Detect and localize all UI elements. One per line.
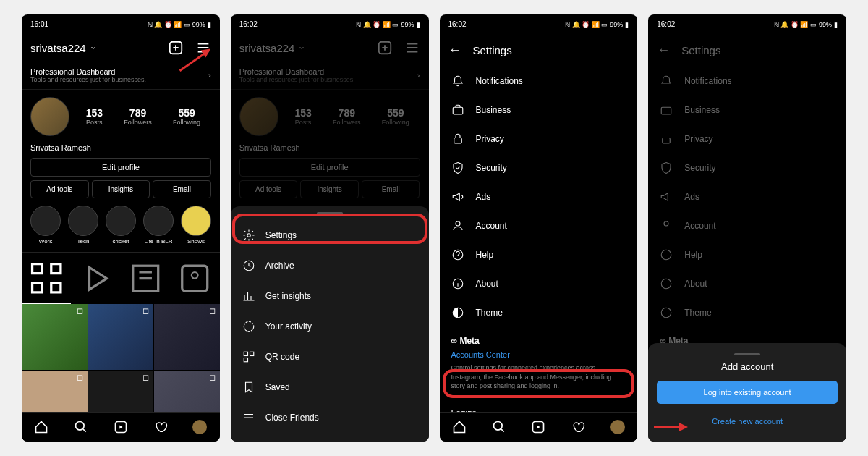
login-existing-button[interactable]: Log into existing account — [657, 381, 838, 404]
settings-about[interactable]: About — [440, 269, 638, 298]
menu-settings[interactable]: Settings — [231, 220, 429, 250]
post[interactable]: ◻ — [22, 304, 88, 370]
tab-grid[interactable] — [22, 253, 71, 304]
heart-icon[interactable] — [571, 420, 585, 434]
svg-rect-24 — [663, 138, 671, 144]
svg-point-21 — [493, 422, 502, 431]
carousel-icon: ◻ — [209, 306, 218, 315]
megaphone-icon — [451, 190, 464, 203]
post[interactable]: ◻ — [88, 304, 154, 370]
stat-followers[interactable]: 789Followers — [124, 107, 152, 126]
back-icon[interactable]: ← — [448, 43, 461, 58]
home-icon[interactable] — [452, 420, 467, 434]
heart-icon[interactable] — [153, 420, 168, 434]
stat-posts[interactable]: 153Posts — [86, 107, 103, 126]
profile-tabs — [22, 252, 220, 304]
highlight-item[interactable]: Shows — [181, 206, 211, 245]
ad-tools-button[interactable]: Ad tools — [30, 180, 89, 198]
bell-icon — [451, 75, 464, 88]
page-title: Settings — [473, 44, 512, 56]
menu-favorites[interactable]: Favorites — [231, 433, 429, 442]
person-icon — [451, 219, 464, 232]
phone-profile: 16:01 ℕ 🔔 ⏰ 📶 ▭99%▮ srivatsa224 Professi… — [22, 14, 220, 442]
lock-icon — [451, 132, 464, 145]
bookmark-icon — [242, 381, 255, 394]
svg-rect-15 — [453, 107, 463, 114]
create-icon[interactable] — [168, 40, 184, 56]
svg-point-3 — [192, 272, 198, 279]
menu-activity[interactable]: Your activity — [231, 311, 429, 342]
status-icons: ℕ 🔔 ⏰ 📶 ▭99%▮ — [148, 21, 211, 28]
home-icon[interactable] — [34, 420, 48, 434]
status-bar: 16:01 ℕ 🔔 ⏰ 📶 ▭99%▮ — [22, 14, 220, 34]
settings-header: ← Settings — [440, 34, 638, 67]
settings-business[interactable]: Business — [440, 96, 638, 124]
tab-guides[interactable] — [121, 253, 170, 304]
svg-rect-16 — [454, 138, 461, 144]
reels-icon[interactable] — [114, 420, 128, 434]
post[interactable]: ◻ — [154, 304, 220, 370]
carousel-icon: ◻ — [77, 373, 85, 381]
chevron-right-icon: › — [208, 71, 211, 80]
search-icon[interactable] — [492, 420, 506, 434]
reels-icon[interactable] — [531, 420, 545, 434]
svg-rect-10 — [244, 352, 247, 355]
settings-theme[interactable]: Theme — [440, 298, 638, 327]
avatar[interactable] — [30, 97, 69, 136]
qr-icon — [242, 350, 255, 363]
tab-reels[interactable] — [71, 253, 120, 304]
settings-notifications[interactable]: Notifications — [440, 67, 638, 96]
profile-header: srivatsa224 — [22, 34, 220, 62]
carousel-icon: ◻ — [209, 373, 218, 381]
tab-tagged[interactable] — [170, 253, 219, 304]
svg-point-25 — [664, 221, 668, 226]
svg-point-4 — [76, 422, 85, 431]
help-icon — [451, 248, 464, 261]
theme-icon — [451, 306, 464, 319]
highlight-item[interactable]: Work — [30, 206, 61, 245]
meta-description: Control settings for connected experienc… — [451, 363, 626, 391]
highlights: Work Tech cricket Life in BLR Shows — [22, 198, 220, 252]
info-icon — [451, 277, 464, 290]
settings-privacy[interactable]: Privacy — [440, 124, 638, 153]
activity-icon — [242, 320, 255, 333]
svg-point-26 — [662, 250, 672, 260]
stat-following[interactable]: 559Following — [173, 107, 200, 126]
status-bar: 16:02 ℕ 🔔 ⏰ 📶 ▭99%▮ — [231, 14, 429, 34]
sheet-handle[interactable] — [317, 212, 343, 214]
svg-point-9 — [244, 321, 254, 332]
email-button[interactable]: Email — [153, 180, 211, 198]
menu-insights[interactable]: Get insights — [231, 281, 429, 311]
menu-qr[interactable]: QR code — [231, 342, 429, 372]
highlight-item[interactable]: Tech — [68, 206, 98, 245]
highlight-item[interactable]: cricket — [106, 206, 136, 245]
settings-account[interactable]: Account — [440, 211, 638, 240]
menu-saved[interactable]: Saved — [231, 372, 429, 402]
carousel-icon: ◻ — [142, 373, 151, 381]
menu-archive[interactable]: Archive — [231, 250, 429, 281]
menu-close-friends[interactable]: Close Friends — [231, 402, 429, 433]
insights-button[interactable]: Insights — [92, 180, 150, 198]
username-dropdown[interactable]: srivatsa224 — [30, 42, 98, 54]
highlight-item[interactable]: Life in BLR — [143, 206, 174, 245]
profile-nav-icon[interactable] — [610, 420, 625, 434]
shield-icon — [451, 161, 464, 174]
svg-point-27 — [662, 279, 672, 289]
settings-security[interactable]: Security — [440, 153, 638, 182]
clock-icon — [242, 259, 255, 272]
time: 16:01 — [30, 20, 48, 28]
display-name: Srivatsa Ramesh — [22, 143, 220, 158]
gear-icon — [242, 229, 255, 242]
sheet-handle[interactable] — [734, 353, 760, 355]
search-icon[interactable] — [74, 420, 88, 434]
bottom-nav — [440, 412, 638, 442]
accounts-center-link[interactable]: Accounts Center — [451, 350, 626, 359]
profile-nav-icon[interactable] — [192, 420, 207, 434]
edit-profile-button[interactable]: Edit profile — [30, 158, 211, 177]
profile-info: 153Posts 789Followers 559Following — [22, 90, 220, 143]
settings-help[interactable]: Help — [440, 240, 638, 269]
pro-dashboard[interactable]: Professional DashboardTools and resource… — [22, 62, 220, 90]
list-icon — [242, 411, 255, 424]
svg-rect-12 — [244, 358, 247, 362]
settings-ads[interactable]: Ads — [440, 182, 638, 211]
